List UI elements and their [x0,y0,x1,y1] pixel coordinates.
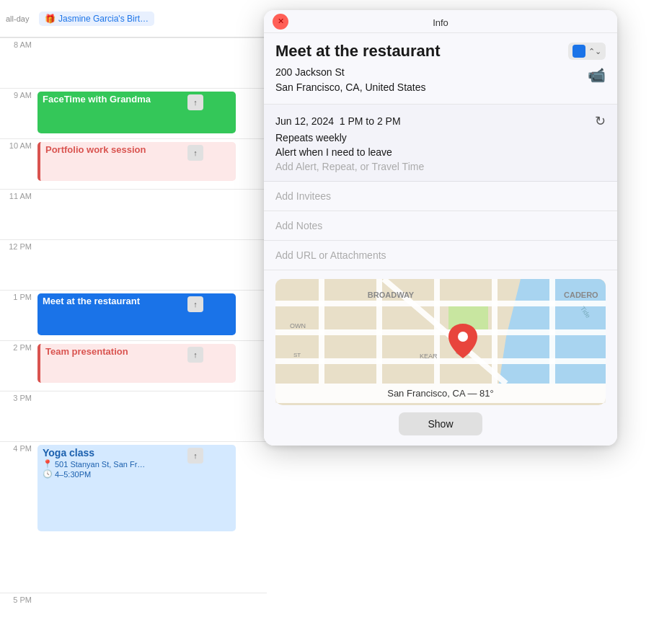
add-url-row[interactable]: Add URL or Attachments [264,241,617,270]
location-pin-icon: 📍 [43,459,53,469]
event-title-section: Meet at the restaurant ⌃⌄ 200 Jackson St… [264,33,617,105]
time-content-10am: Portfolio work session ↑ [37,139,267,190]
time-row-8am: 8 AM [0,37,267,88]
event-title-row: Meet at the restaurant ⌃⌄ [275,42,606,61]
info-popup: ✕ Info Meet at the restaurant ⌃⌄ 200 Jac… [264,10,617,446]
time-content-1pm: Meet at the restaurant ↑ [37,291,267,341]
time-row-10am: 10 AM Portfolio work session ↑ [0,138,267,189]
svg-text:OWN: OWN [290,322,306,329]
popup-body: Meet at the restaurant ⌃⌄ 200 Jackson St… [264,33,617,446]
time-label-5pm: 5 PM [0,593,37,604]
portfolio-event[interactable]: Portfolio work session [37,142,236,181]
time-row-1pm: 1 PM Meet at the restaurant ↑ [0,290,267,340]
popup-close-button[interactable]: ✕ [273,14,288,30]
allday-row: all-day 🎁 Jasmine Garcia's Birt… [0,0,267,37]
map-section: BROADWAY OWN KEAR ST CADERO Tide San Fra… [264,270,617,405]
restaurant-event[interactable]: Meet at the restaurant [37,293,236,335]
svg-text:CADERO: CADERO [564,291,598,299]
svg-text:ST: ST [293,352,301,358]
svg-rect-7 [492,279,498,384]
alert-text: Alert when I need to leave [275,146,606,158]
datetime-row: Jun 12, 2024 1 PM to 2 PM ↻ [275,113,606,129]
color-picker[interactable]: ⌃⌄ [568,43,606,60]
video-camera-icon[interactable]: 📹 [588,66,606,84]
svg-rect-3 [275,358,606,364]
allday-event[interactable]: 🎁 Jasmine Garcia's Birt… [39,12,154,26]
location-text: 200 Jackson St San Francisco, CA, United… [275,65,426,95]
time-label-12pm: 12 PM [0,240,37,251]
time-grid: 8 AM 9 AM FaceTime with Grandma ↑ 10 AM … [0,37,267,620]
facetime-event[interactable]: FaceTime with Grandma [37,92,236,133]
popup-event-title: Meet at the restaurant [275,42,441,61]
birthday-icon: 🎁 [45,14,56,24]
popup-footer: Show [264,405,617,446]
restaurant-share-icon[interactable]: ↑ [187,296,203,312]
time-content-8am [37,38,267,89]
facetime-event-text: FaceTime with Grandma [43,94,151,105]
popup-header: ✕ Info [264,10,617,33]
datetime-section: Jun 12, 2024 1 PM to 2 PM ↻ Repeats week… [264,105,617,182]
map-svg: BROADWAY OWN KEAR ST CADERO Tide [275,279,606,384]
clock-icon: 🕓 [43,469,53,479]
time-row-3pm: 3 PM [0,391,267,441]
time-label-1pm: 1 PM [0,291,37,301]
time-content-3pm [37,391,267,442]
address-line1: 200 Jackson St [275,65,426,80]
map-container[interactable]: BROADWAY OWN KEAR ST CADERO Tide San Fra… [275,279,606,405]
allday-event-text: Jasmine Garcia's Birt… [58,14,149,24]
popup-header-title: Info [433,17,448,28]
svg-text:BROADWAY: BROADWAY [368,291,415,299]
time-row-2pm: 2 PM Team presentation ↑ [0,340,267,391]
time-content-2pm: Team presentation ↑ [37,341,267,391]
allday-label: all-day [6,14,35,23]
time-content-12pm [37,240,267,291]
time-row-12pm: 12 PM [0,239,267,290]
time-content-4pm: Yoga class 📍 501 Stanyan St, San Fr… 🕓 4… [37,442,267,543]
facetime-share-icon[interactable]: ↑ [187,94,203,110]
time-row-4pm: 4 PM Yoga class 📍 501 Stanyan St, San Fr… [0,441,267,542]
datetime-text: Jun 12, 2024 1 PM to 2 PM [275,115,401,127]
time-label-11am: 11 AM [0,190,37,200]
svg-rect-4 [319,279,324,384]
portfolio-event-text: Portfolio work session [45,144,146,155]
time-content-11am [37,190,267,240]
time-label-3pm: 3 PM [0,391,37,402]
time-content-9am: FaceTime with Grandma ↑ [37,89,267,139]
time-label-10am: 10 AM [0,139,37,150]
add-invitees-row[interactable]: Add Invitees [264,182,617,211]
svg-text:KEAR: KEAR [420,353,438,360]
time-label-9am: 9 AM [0,89,37,99]
time-label-4pm: 4 PM [0,442,37,453]
repeats-text: Repeats weekly [275,132,606,143]
time-row-5pm: 5 PM [0,593,267,620]
restaurant-event-text: Meet at the restaurant [43,296,140,306]
time-row-11am: 11 AM [0,189,267,239]
yoga-time: 🕓 4–5:30PM [43,469,231,479]
address-line2: San Francisco, CA, United States [275,80,426,95]
time-label-8am: 8 AM [0,38,37,49]
map-weather-bar: San Francisco, CA — 81° [275,384,606,403]
team-event[interactable]: Team presentation [37,344,236,383]
svg-rect-8 [549,279,555,384]
add-notes-row[interactable]: Add Notes [264,211,617,241]
chevron-updown-icon: ⌃⌄ [588,47,601,56]
team-event-text: Team presentation [45,346,128,357]
time-row-9am: 9 AM FaceTime with Grandma ↑ [0,88,267,138]
time-content-5pm [37,593,267,620]
color-swatch [572,45,585,58]
team-share-icon[interactable]: ↑ [187,347,203,363]
svg-rect-1 [275,301,606,306]
repeat-icon: ↻ [595,113,606,129]
svg-rect-6 [434,279,440,384]
add-alert-option[interactable]: Add Alert, Repeat, or Travel Time [275,161,606,172]
time-label-2pm: 2 PM [0,341,37,352]
show-button[interactable]: Show [399,412,482,435]
yoga-share-icon[interactable]: ↑ [187,448,203,464]
portfolio-share-icon[interactable]: ↑ [187,145,203,161]
yoga-event[interactable]: Yoga class 📍 501 Stanyan St, San Fr… 🕓 4… [37,445,236,531]
svg-point-18 [458,332,468,342]
location-row: 200 Jackson St San Francisco, CA, United… [275,65,606,95]
